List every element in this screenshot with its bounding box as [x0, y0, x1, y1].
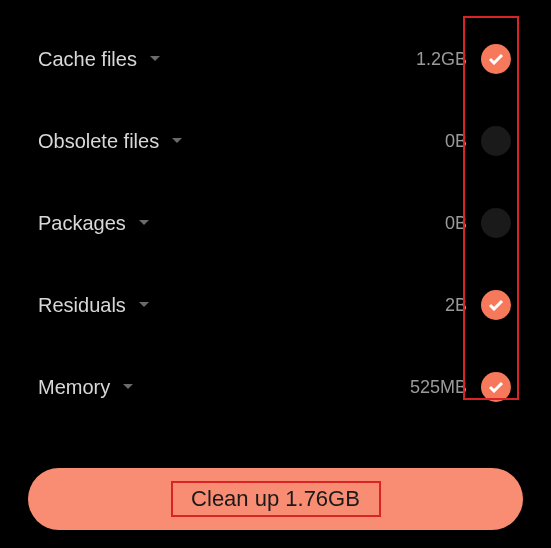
list-item[interactable]: Residuals 2B	[0, 264, 551, 346]
chevron-down-icon[interactable]	[138, 219, 150, 227]
checkbox[interactable]	[481, 126, 511, 156]
item-size: 2B	[445, 295, 467, 316]
item-label: Cache files	[38, 48, 137, 71]
checkbox[interactable]	[481, 372, 511, 402]
chevron-down-icon[interactable]	[149, 55, 161, 63]
cleanup-list: Cache files 1.2GB Obsolete files 0B Pack…	[0, 0, 551, 428]
checkbox[interactable]	[481, 44, 511, 74]
chevron-down-icon[interactable]	[171, 137, 183, 145]
chevron-down-icon[interactable]	[138, 301, 150, 309]
checkbox[interactable]	[481, 290, 511, 320]
item-label: Obsolete files	[38, 130, 159, 153]
item-label: Residuals	[38, 294, 126, 317]
button-container: Clean up 1.76GB	[28, 468, 523, 530]
button-label: Clean up 1.76GB	[191, 486, 360, 512]
checkbox[interactable]	[481, 208, 511, 238]
item-label: Packages	[38, 212, 126, 235]
chevron-down-icon[interactable]	[122, 383, 134, 391]
item-size: 0B	[445, 213, 467, 234]
item-size: 1.2GB	[416, 49, 467, 70]
list-item[interactable]: Packages 0B	[0, 182, 551, 264]
list-item[interactable]: Obsolete files 0B	[0, 100, 551, 182]
item-size: 0B	[445, 131, 467, 152]
clean-up-button[interactable]: Clean up 1.76GB	[28, 468, 523, 530]
list-item[interactable]: Memory 525MB	[0, 346, 551, 428]
item-label: Memory	[38, 376, 110, 399]
list-item[interactable]: Cache files 1.2GB	[0, 18, 551, 100]
item-size: 525MB	[410, 377, 467, 398]
